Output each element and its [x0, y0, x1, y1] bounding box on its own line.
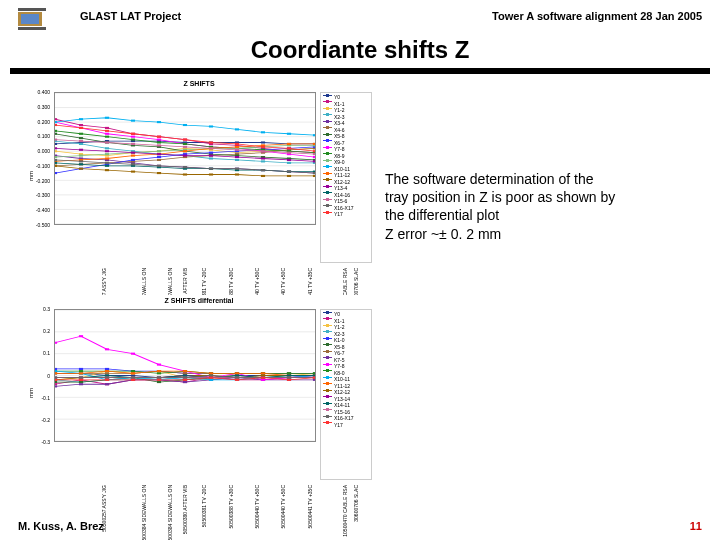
svg-rect-408 — [105, 377, 109, 379]
svg-rect-135 — [55, 121, 57, 123]
svg-rect-22 — [261, 141, 265, 143]
svg-rect-142 — [235, 128, 239, 130]
svg-rect-276 — [105, 368, 109, 370]
svg-rect-409 — [131, 377, 135, 379]
svg-rect-426 — [287, 379, 291, 381]
svg-rect-351 — [55, 372, 57, 374]
svg-rect-117 — [157, 141, 161, 143]
svg-rect-213 — [79, 127, 83, 129]
svg-rect-155 — [287, 143, 291, 145]
svg-rect-125 — [79, 155, 83, 157]
project-label: GLAST LAT Project — [80, 10, 181, 22]
svg-rect-285 — [55, 381, 57, 383]
svg-rect-161 — [157, 172, 161, 174]
svg-rect-94 — [131, 159, 135, 161]
slide-title: Coordiante shifts Z — [0, 36, 720, 64]
svg-rect-191 — [79, 140, 83, 142]
svg-rect-221 — [287, 147, 291, 149]
svg-rect-413 — [235, 377, 239, 379]
svg-rect-36 — [55, 150, 57, 152]
svg-rect-208 — [235, 168, 239, 170]
svg-rect-356 — [183, 370, 187, 372]
svg-rect-190 — [55, 139, 57, 141]
svg-rect-421 — [157, 379, 161, 381]
svg-rect-195 — [183, 146, 187, 148]
svg-rect-411 — [183, 377, 187, 379]
svg-rect-181 — [105, 165, 109, 167]
svg-rect-359 — [261, 372, 265, 374]
chart-title: Z SHIFTS — [24, 80, 374, 87]
svg-rect-418 — [79, 379, 83, 381]
svg-rect-312 — [183, 381, 187, 383]
svg-rect-217 — [183, 139, 187, 141]
svg-rect-219 — [235, 143, 239, 145]
svg-rect-423 — [209, 377, 213, 379]
svg-rect-427 — [313, 377, 315, 379]
svg-rect-209 — [261, 169, 265, 171]
svg-rect-286 — [79, 381, 83, 383]
svg-rect-176 — [261, 157, 265, 159]
svg-rect-193 — [131, 143, 135, 145]
z-shifts-differential-chart: Z SHIFTS differential mm 0.30.20.10-0.1-… — [24, 295, 374, 490]
svg-rect-386 — [105, 374, 109, 376]
svg-rect-53 — [209, 157, 213, 159]
svg-rect-198 — [261, 150, 265, 152]
svg-rect-407 — [79, 377, 83, 379]
svg-rect-170 — [105, 150, 109, 152]
svg-rect-393 — [287, 374, 291, 376]
svg-rect-332 — [131, 370, 135, 372]
svg-rect-215 — [131, 133, 135, 135]
svg-rect-204 — [131, 163, 135, 165]
svg-rect-192 — [105, 141, 109, 143]
commentary-line: the differential plot — [385, 206, 695, 224]
y-ticks: 0.4000.3000.2000.1000.000-0.100-0.200-0.… — [32, 92, 52, 225]
svg-rect-163 — [209, 173, 213, 175]
svg-rect-165 — [261, 175, 265, 177]
svg-rect-196 — [209, 147, 213, 149]
svg-rect-105 — [131, 136, 135, 138]
svg-rect-330 — [79, 370, 83, 372]
svg-rect-1 — [21, 14, 39, 24]
svg-rect-274 — [55, 368, 57, 370]
svg-rect-424 — [235, 379, 239, 381]
svg-rect-241 — [55, 383, 57, 385]
svg-rect-171 — [131, 152, 135, 154]
svg-rect-126 — [105, 153, 109, 155]
legend: Y0X1-1Y1-2X2-3K1-0X5-8Y6-7K7-5Y7-8K8-0X1… — [320, 309, 372, 480]
svg-rect-389 — [183, 374, 187, 376]
svg-rect-148 — [105, 157, 109, 159]
svg-rect-370 — [261, 374, 265, 376]
svg-rect-318 — [55, 342, 57, 344]
svg-rect-143 — [261, 131, 265, 133]
commentary-line: Z error ~± 0. 2 mm — [385, 225, 695, 243]
svg-rect-141 — [209, 125, 213, 127]
svg-rect-394 — [313, 374, 315, 376]
svg-rect-27 — [105, 127, 109, 129]
svg-rect-179 — [55, 162, 57, 164]
svg-rect-178 — [313, 160, 315, 162]
svg-rect-55 — [261, 160, 265, 162]
svg-rect-202 — [79, 160, 83, 162]
svg-rect-159 — [105, 169, 109, 171]
authors: M. Kuss, A. Brez — [18, 520, 104, 532]
svg-rect-116 — [131, 139, 135, 141]
commentary-line: The software determination of the — [385, 170, 695, 188]
svg-rect-114 — [79, 133, 83, 135]
svg-rect-173 — [183, 155, 187, 157]
svg-rect-391 — [235, 374, 239, 376]
svg-rect-124 — [55, 156, 57, 158]
svg-rect-144 — [287, 133, 291, 135]
svg-rect-56 — [287, 162, 291, 164]
svg-rect-340 — [55, 370, 57, 372]
svg-rect-420 — [131, 379, 135, 381]
slide-meta: Tower A software alignment 28 Jan 2005 — [492, 10, 702, 22]
glast-logo-icon — [18, 8, 46, 30]
svg-rect-115 — [105, 136, 109, 138]
svg-rect-25 — [55, 118, 57, 120]
z-shifts-chart: Z SHIFTS mm 0.4000.3000.2000.1000.000-0.… — [24, 78, 374, 273]
svg-rect-346 — [209, 379, 213, 381]
svg-rect-137 — [105, 117, 109, 119]
svg-rect-177 — [287, 159, 291, 161]
svg-rect-175 — [235, 156, 239, 158]
svg-rect-338 — [287, 372, 291, 374]
